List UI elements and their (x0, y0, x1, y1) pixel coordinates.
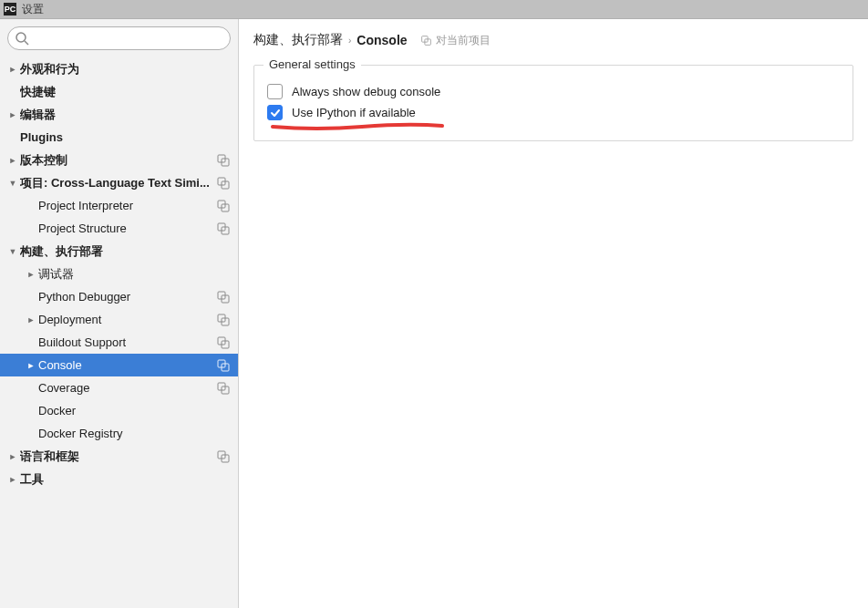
sidebar-item-label: Project Structure (38, 222, 216, 235)
project-scope-icon (216, 290, 231, 304)
sidebar-item-label: Docker Registry (38, 427, 231, 440)
breadcrumb: 构建、执行部署 › Console 对当前项目 (253, 32, 853, 48)
sidebar-item[interactable]: ▼项目: Cross-Language Text Simi... (0, 171, 238, 194)
chevron-right-icon[interactable]: ► (24, 315, 38, 325)
project-scope-icon (216, 358, 231, 373)
window-titlebar: PC 设置 (0, 0, 868, 18)
app-icon: PC (4, 3, 16, 15)
annotation-underline (271, 120, 444, 129)
sidebar-item[interactable]: Project Structure (0, 217, 238, 240)
settings-tree: ►外观和行为快捷键►编辑器Plugins►版本控制▼项目: Cross-Lang… (0, 57, 238, 608)
general-settings-group: General settings Always show debug conso… (253, 65, 853, 141)
chevron-right-icon[interactable]: ► (24, 361, 38, 370)
project-scope-badge: 对当前项目 (420, 33, 491, 48)
sidebar-item[interactable]: 快捷键 (0, 80, 238, 103)
sidebar-item[interactable]: ►版本控制 (0, 149, 238, 171)
svg-line-1 (25, 41, 28, 45)
sidebar-item[interactable]: ►调试器 (0, 263, 238, 285)
sidebar-item[interactable]: ►编辑器 (0, 103, 238, 126)
sidebar-item[interactable]: ►Deployment (0, 308, 238, 331)
sidebar-item-label: Coverage (38, 381, 216, 395)
sidebar-item-label: 构建、执行部署 (20, 243, 231, 260)
project-scope-icon (216, 222, 231, 236)
sidebar-item-label: Docker (38, 404, 231, 417)
chevron-right-icon[interactable]: ► (24, 270, 38, 279)
project-scope-icon (216, 199, 231, 213)
sidebar-item-label: 外观和行为 (20, 61, 231, 77)
scope-label: 对当前项目 (436, 33, 491, 48)
project-scope-icon (216, 176, 231, 191)
sidebar-item-label: Plugins (20, 130, 231, 144)
option-label: Always show debug console (292, 85, 440, 98)
sidebar-item-label: Buildout Support (38, 335, 216, 349)
sidebar-item-label: 编辑器 (20, 107, 231, 123)
sidebar-item[interactable]: Python Debugger (0, 285, 238, 308)
sidebar-item-label: Console (38, 358, 216, 372)
chevron-right-icon[interactable]: ► (5, 475, 20, 484)
use-ipython-row[interactable]: Use IPython if available (267, 105, 840, 120)
chevron-right-icon[interactable]: ► (5, 156, 20, 165)
chevron-down-icon[interactable]: ▼ (5, 247, 20, 256)
settings-content: 构建、执行部署 › Console 对当前项目 General settings… (239, 19, 868, 608)
sidebar-item[interactable]: ►语言和框架 (0, 445, 238, 468)
search-input[interactable] (7, 26, 231, 50)
search-icon (15, 31, 29, 46)
sidebar-item[interactable]: Coverage (0, 376, 238, 399)
project-scope-icon (216, 335, 231, 350)
project-scope-icon (216, 381, 231, 396)
chevron-right-icon[interactable]: ► (5, 110, 20, 119)
sidebar-item-label: Project Interpreter (38, 199, 216, 212)
chevron-down-icon[interactable]: ▼ (5, 179, 20, 188)
sidebar-item-label: 语言和框架 (20, 448, 216, 465)
sidebar-item-label: 项目: Cross-Language Text Simi... (20, 175, 216, 191)
sidebar-item[interactable]: ►Console (0, 354, 238, 376)
project-scope-icon (216, 449, 231, 464)
svg-point-0 (16, 33, 26, 42)
search-container (7, 26, 231, 50)
project-scope-icon (216, 153, 231, 168)
breadcrumb-part[interactable]: 构建、执行部署 (253, 32, 343, 48)
chevron-right-icon[interactable]: ► (5, 452, 20, 461)
sidebar-item-label: 调试器 (38, 266, 231, 283)
chevron-right-icon[interactable]: ► (5, 65, 20, 74)
sidebar-item-label: 工具 (20, 471, 231, 488)
option-label: Use IPython if available (292, 106, 416, 119)
sidebar-item[interactable]: Docker (0, 399, 238, 422)
sidebar-item[interactable]: ▼构建、执行部署 (0, 240, 238, 263)
sidebar-item-label: Python Debugger (38, 290, 216, 304)
settings-window: ►外观和行为快捷键►编辑器Plugins►版本控制▼项目: Cross-Lang… (0, 18, 868, 608)
sidebar-item[interactable]: Buildout Support (0, 331, 238, 354)
sidebar-item[interactable]: ►工具 (0, 468, 238, 490)
sidebar-item[interactable]: Docker Registry (0, 422, 238, 445)
sidebar-item-label: 快捷键 (20, 84, 231, 100)
checkbox-unchecked[interactable] (267, 84, 283, 99)
checkbox-checked[interactable] (267, 105, 283, 120)
project-scope-icon (216, 313, 231, 327)
breadcrumb-current: Console (356, 33, 407, 47)
sidebar-item[interactable]: Project Interpreter (0, 194, 238, 217)
sidebar-item-label: Deployment (38, 313, 216, 326)
group-title: General settings (264, 57, 361, 71)
sidebar-item[interactable]: Plugins (0, 126, 238, 149)
sidebar-item-label: 版本控制 (20, 152, 216, 169)
always-show-debug-console-row[interactable]: Always show debug console (267, 84, 840, 99)
chevron-right-icon: › (348, 36, 351, 46)
sidebar-item[interactable]: ►外观和行为 (0, 57, 238, 80)
window-title: 设置 (22, 2, 44, 17)
settings-sidebar: ►外观和行为快捷键►编辑器Plugins►版本控制▼项目: Cross-Lang… (0, 19, 239, 608)
